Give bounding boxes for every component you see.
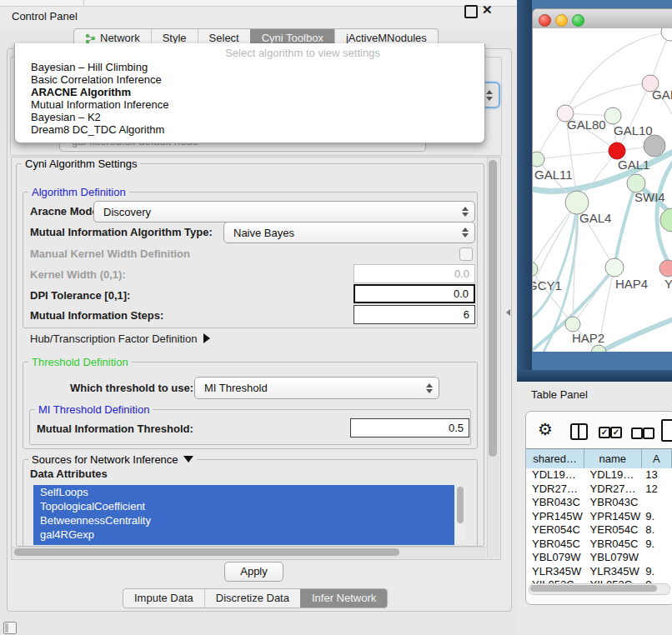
network-window-titlebar[interactable] bbox=[532, 8, 672, 29]
attribute-item[interactable]: BetweennessCentrality bbox=[33, 513, 454, 528]
network-node-node-green-right[interactable] bbox=[660, 208, 672, 232]
table-row[interactable]: YBR045CYBR045C9. bbox=[526, 538, 672, 552]
combo-down-arrow-icon bbox=[486, 97, 493, 101]
network-canvas[interactable]: GAL7GAL80GAL10GAL1GAL11SWI4GAL4GCY1HAP4Y… bbox=[533, 28, 672, 352]
table-horizontal-scrollbar-thumb[interactable] bbox=[530, 585, 657, 592]
spinner-arrows-icon bbox=[462, 207, 469, 217]
table-cell: 13 bbox=[641, 468, 672, 482]
algorithm-option[interactable]: Dream8 DC_TDC Algorithm bbox=[15, 123, 484, 136]
which-threshold-value: MI Threshold bbox=[204, 382, 426, 394]
table-row[interactable]: YDL19…YDL19…13 bbox=[526, 468, 672, 482]
collapsed-panel-icon[interactable] bbox=[3, 622, 17, 634]
node-label-GAL10: GAL10 bbox=[614, 123, 653, 138]
column-header[interactable]: A bbox=[642, 449, 672, 468]
mi-type-combobox[interactable]: Naive Bayes bbox=[223, 222, 475, 243]
attribute-item[interactable]: gal4RGexp bbox=[33, 528, 454, 542]
table-row[interactable]: YBL079WYBL079W bbox=[526, 551, 672, 565]
aracne-mode-combobox[interactable]: Discovery bbox=[93, 201, 475, 222]
sources-title-label: Sources for Network Inference bbox=[32, 453, 178, 466]
network-node-GAL1[interactable] bbox=[609, 142, 625, 159]
column-header[interactable]: name bbox=[584, 449, 641, 468]
mi-threshold-field[interactable]: 0.5 bbox=[350, 418, 469, 438]
network-node-node-top-partial[interactable] bbox=[661, 28, 672, 41]
table-cell: YLR345W bbox=[584, 565, 642, 579]
table-cell: YBR043C bbox=[526, 496, 584, 510]
table-cell: 9. bbox=[641, 565, 672, 579]
algorithm-option[interactable]: Bayesian – Hill Climbing bbox=[15, 61, 484, 73]
which-threshold-combobox[interactable]: MI Threshold bbox=[194, 377, 439, 399]
network-node-GAL10[interactable] bbox=[604, 108, 621, 124]
float-window-icon[interactable] bbox=[464, 5, 478, 18]
tab-discretize-label: Discretize Data bbox=[216, 589, 289, 608]
network-node-HAP4[interactable] bbox=[605, 258, 624, 277]
table-row[interactable]: YDR27…YDR27…12 bbox=[526, 482, 672, 497]
attribute-item[interactable]: SelfLoops bbox=[33, 485, 454, 499]
node-label-GAL4: GAL4 bbox=[579, 211, 611, 225]
gear-icon[interactable]: ⚙ bbox=[538, 419, 553, 439]
deselect-all-checkbox-icon[interactable] bbox=[643, 428, 654, 439]
select-all-checkbox-icon[interactable]: ✓ bbox=[610, 427, 622, 438]
attribute-item[interactable]: TopologicalCoefficient bbox=[33, 499, 454, 513]
tab-impute-data[interactable]: Impute Data bbox=[123, 589, 204, 608]
network-node-node-bottom-green[interactable] bbox=[591, 345, 606, 352]
algorithm-option[interactable]: Mutual Information Inference bbox=[15, 98, 484, 111]
algorithm-option[interactable]: Bayesian – K2 bbox=[15, 111, 484, 123]
network-node-GCY1[interactable] bbox=[533, 262, 538, 277]
algorithm-dropdown-popup: Select algorithm to view settings Bayesi… bbox=[14, 43, 485, 143]
screen: Control Panel ✕ Network Style Select Cyn… bbox=[0, 0, 672, 635]
table-cell bbox=[641, 496, 672, 510]
dpi-tolerance-field[interactable]: 0.0 bbox=[354, 284, 475, 303]
table-row[interactable]: YLR345WYLR345W9. bbox=[526, 565, 672, 579]
network-node-node-gray[interactable] bbox=[644, 135, 665, 157]
manual-kernel-checkbox[interactable] bbox=[459, 248, 473, 261]
table-row[interactable]: YER054CYER054C8. bbox=[526, 523, 672, 538]
minimize-traffic-light-icon[interactable] bbox=[555, 14, 568, 27]
file-icon[interactable] bbox=[661, 419, 672, 442]
network-node-GAL11[interactable] bbox=[533, 152, 544, 167]
attribute-item-partial[interactable] bbox=[33, 541, 454, 545]
table-cell: YPR145W bbox=[526, 510, 584, 524]
hub-definition-toggle[interactable]: Hub/Transcription Factor Definition bbox=[30, 332, 210, 345]
mi-steps-field[interactable]: 6 bbox=[354, 305, 475, 324]
splitter-handle[interactable] bbox=[506, 309, 510, 316]
close-traffic-light-icon[interactable] bbox=[539, 14, 551, 27]
tab-infer-network[interactable]: Infer Network bbox=[300, 589, 387, 608]
panel-title: Control Panel bbox=[12, 10, 78, 22]
table-row[interactable]: YPR145WYPR145W9. bbox=[526, 510, 672, 524]
settings-vertical-scrollbar-thumb[interactable] bbox=[489, 160, 497, 457]
attributes-scrollbar-thumb[interactable] bbox=[457, 487, 464, 523]
kernel-width-value: 0.0 bbox=[454, 268, 469, 280]
tab-discretize-data[interactable]: Discretize Data bbox=[204, 589, 300, 608]
mi-type-label: Mutual Information Algorithm Type: bbox=[30, 226, 213, 238]
network-view[interactable]: GAL7GAL80GAL10GAL1GAL11SWI4GAL4GCY1HAP4Y… bbox=[532, 28, 672, 352]
mi-threshold-value: 0.5 bbox=[449, 422, 464, 434]
table-cell: 9. bbox=[641, 510, 672, 524]
zoom-traffic-light-icon[interactable] bbox=[572, 14, 584, 27]
close-icon[interactable]: ✕ bbox=[482, 2, 493, 18]
sources-title[interactable]: Sources for Network Inference bbox=[28, 453, 197, 466]
select-all-checkbox-icon[interactable]: ✓ bbox=[599, 427, 610, 438]
mi-threshold-label: Mutual Information Threshold: bbox=[37, 422, 193, 435]
deselect-all-checkbox-icon[interactable] bbox=[631, 428, 643, 439]
kernel-width-field[interactable]: 0.0 bbox=[354, 264, 475, 283]
spinner-arrows-icon bbox=[462, 228, 469, 238]
columns-icon[interactable] bbox=[570, 423, 588, 440]
tab-infer-label: Infer Network bbox=[312, 589, 376, 608]
mi-threshold-definition-title: MI Threshold Definition bbox=[35, 403, 153, 416]
table-cell: YPR145W bbox=[584, 510, 642, 524]
node-label-GAL1: GAL1 bbox=[618, 158, 649, 172]
table-cell: YBL079W bbox=[526, 551, 584, 565]
column-header[interactable]: shared… bbox=[526, 449, 584, 468]
table-cell: YDR27… bbox=[584, 482, 642, 497]
collapse-down-icon bbox=[183, 456, 193, 462]
network-node-HAP2[interactable] bbox=[565, 317, 580, 332]
table-row[interactable]: YBR043CYBR043C bbox=[526, 496, 672, 510]
algorithm-option[interactable]: ARACNE Algorithm bbox=[15, 86, 484, 98]
algorithm-option[interactable]: Basic Correlation Inference bbox=[15, 73, 484, 86]
table-cell: YER054C bbox=[584, 523, 642, 538]
network-node-node-salmon[interactable] bbox=[659, 260, 672, 277]
network-icon bbox=[85, 33, 96, 44]
table-cell: 12 bbox=[641, 482, 672, 497]
apply-button[interactable]: Apply bbox=[224, 562, 283, 582]
settings-horizontal-scrollbar-thumb[interactable] bbox=[14, 548, 399, 556]
